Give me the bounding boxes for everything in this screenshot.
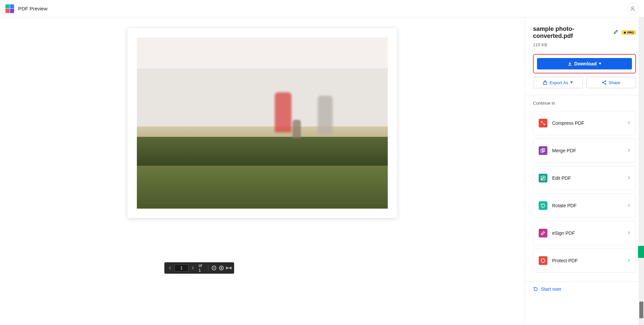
tools-list: Compress PDF Merge PDF Edit PDF Rotate P…	[533, 111, 636, 273]
filename-row: sample photo-converted.pdf PRO	[533, 25, 636, 40]
chevron-right-icon	[628, 230, 630, 236]
export-as-button[interactable]: Export As	[533, 77, 583, 88]
start-over-label: Start over	[541, 286, 561, 292]
pro-badge: PRO	[622, 30, 636, 35]
chevron-right-icon	[628, 203, 630, 209]
tool-label: Merge PDF	[552, 148, 628, 153]
download-highlight: Download	[533, 54, 636, 73]
page-title: PDF Preview	[18, 6, 48, 11]
svg-point-0	[632, 7, 634, 9]
fit-width-icon	[226, 266, 231, 270]
caret-down-icon	[599, 63, 601, 65]
merge-icon	[539, 146, 547, 155]
chevron-right-icon	[628, 258, 630, 264]
chevron-left-icon	[168, 266, 172, 270]
pdf-page[interactable]	[127, 28, 397, 218]
file-size: 115 KB	[533, 42, 636, 47]
app-header: PDF Preview	[0, 0, 644, 17]
star-icon	[624, 31, 626, 34]
help-tab[interactable]	[638, 246, 644, 258]
continue-heading: Continue in	[533, 101, 636, 106]
svg-line-13	[603, 82, 605, 83]
tool-item-rotate[interactable]: Rotate PDF	[533, 194, 636, 218]
file-info-section: sample photo-converted.pdf PRO 115 KB	[525, 17, 644, 54]
header-left: PDF Preview	[5, 4, 48, 13]
page-number-input[interactable]	[174, 264, 189, 272]
pro-badge-label: PRO	[627, 31, 634, 34]
filename: sample photo-converted.pdf	[533, 25, 610, 40]
svg-point-10	[602, 82, 603, 83]
prev-page-button[interactable]	[167, 264, 173, 272]
zoom-in-button[interactable]	[219, 265, 224, 271]
tool-label: eSign PDF	[552, 230, 628, 236]
chevron-right-icon	[628, 148, 630, 154]
tool-item-esign[interactable]: eSign PDF	[533, 221, 636, 245]
right-panel: sample photo-converted.pdf PRO 115 KB Do…	[525, 17, 644, 325]
user-icon	[630, 6, 636, 12]
pencil-icon	[613, 30, 618, 34]
chevron-right-icon	[628, 175, 630, 181]
esign-icon	[539, 229, 547, 237]
tool-item-protect[interactable]: Protect PDF	[533, 249, 636, 273]
zoom-out-button[interactable]	[211, 265, 217, 271]
zoom-out-icon	[212, 266, 216, 270]
zoom-in-icon	[219, 266, 224, 270]
page-navigation	[167, 264, 196, 272]
next-page-button[interactable]	[190, 264, 196, 272]
tool-label: Rotate PDF	[552, 203, 628, 208]
scrollbar-thumb[interactable]	[639, 302, 643, 318]
download-icon	[568, 61, 572, 66]
main-content: of 1 sample photo-converted.pdf	[0, 17, 644, 325]
page-toolbar: of 1	[164, 262, 234, 274]
page-total-label: of 1	[199, 263, 205, 273]
export-as-label: Export As	[549, 80, 568, 85]
compress-icon	[539, 119, 547, 127]
continue-section: Continue in Compress PDF Merge PDF Edit …	[525, 95, 644, 281]
pdf-preview-area: of 1	[0, 17, 525, 325]
tool-label: Edit PDF	[552, 175, 628, 181]
export-icon	[543, 80, 547, 85]
scrollbar-track[interactable]	[639, 17, 644, 325]
secondary-button-row: Export As Share	[533, 77, 636, 88]
start-over-button[interactable]: Start over	[525, 281, 644, 296]
pdf-page-image	[137, 38, 388, 209]
svg-line-14	[603, 83, 605, 84]
svg-point-11	[605, 81, 606, 82]
share-icon	[602, 80, 606, 85]
tool-item-edit[interactable]: Edit PDF	[533, 166, 636, 190]
edit-icon	[539, 174, 547, 182]
svg-point-12	[605, 84, 606, 85]
download-button[interactable]: Download	[537, 58, 632, 69]
tool-item-merge[interactable]: Merge PDF	[533, 139, 636, 163]
download-label: Download	[574, 61, 597, 66]
tool-label: Compress PDF	[552, 120, 628, 126]
action-buttons: Download Export As Share	[525, 54, 644, 95]
rotate-icon	[539, 201, 547, 210]
fit-width-button[interactable]	[226, 265, 231, 271]
chevron-right-icon	[628, 120, 630, 126]
protect-icon	[539, 256, 547, 265]
chevron-right-icon	[191, 266, 195, 270]
toolbar-divider	[208, 265, 208, 271]
share-label: Share	[608, 80, 620, 85]
tool-item-compress[interactable]: Compress PDF	[533, 111, 636, 135]
edit-filename-button[interactable]	[613, 30, 618, 36]
caret-down-icon	[570, 82, 573, 84]
app-logo[interactable]	[5, 4, 14, 13]
share-button[interactable]: Share	[586, 77, 636, 88]
restart-icon	[533, 286, 538, 292]
user-avatar[interactable]	[627, 3, 639, 15]
tool-label: Protect PDF	[552, 258, 628, 263]
